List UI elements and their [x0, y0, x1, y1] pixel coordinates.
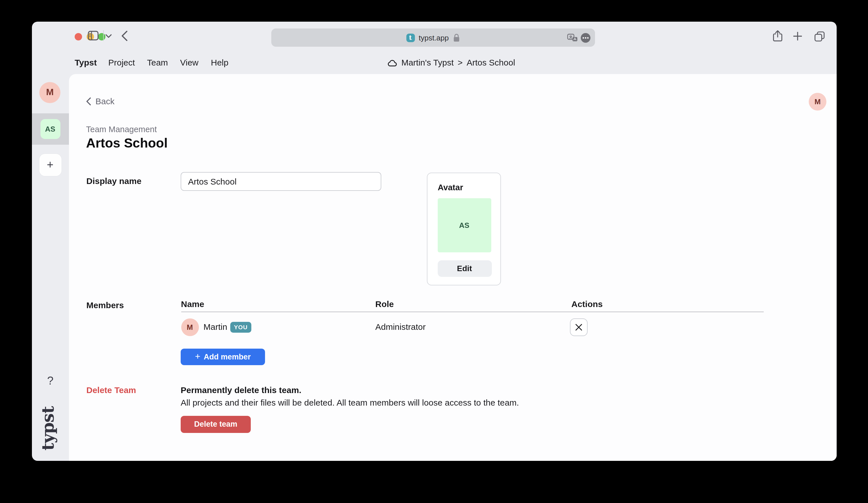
address-bar[interactable]: t typst.app	[271, 29, 595, 47]
lock-icon	[453, 33, 460, 42]
members-label: Members	[86, 300, 124, 310]
breadcrumb: Martin's Typst > Artos School	[388, 57, 515, 68]
typst-logo: typst	[38, 406, 57, 451]
delete-warning-description: All projects and their files will be del…	[181, 397, 519, 408]
add-member-label: Add member	[204, 353, 251, 361]
close-icon	[575, 323, 582, 331]
zoom-window-button[interactable]	[98, 33, 105, 40]
member-name: Martin	[204, 322, 227, 332]
breadcrumb-current: Artos School	[467, 57, 515, 68]
sidebar-toggle-icon[interactable]	[88, 31, 99, 40]
breadcrumb-root[interactable]: Martin's Typst	[401, 57, 454, 68]
add-member-button[interactable]: + Add member	[181, 348, 265, 365]
translate-icon[interactable]	[567, 33, 578, 42]
column-header-role: Role	[375, 299, 394, 309]
team-management-page: Back Team Management Artos School Displa…	[69, 74, 837, 461]
cloud-icon	[388, 60, 397, 66]
workspace-sidebar: M AS + ? typst	[32, 74, 69, 461]
url-text: typst.app	[418, 33, 449, 42]
sidebar-user-avatar[interactable]: M	[39, 82, 60, 103]
page-title: Artos School	[86, 134, 167, 152]
back-arrow-icon[interactable]	[121, 31, 128, 41]
browser-toolbar: t typst.app	[32, 22, 837, 50]
back-chevron-icon	[86, 97, 91, 105]
account-avatar[interactable]: M	[809, 93, 826, 110]
sidebar-add-team-button[interactable]: +	[39, 154, 61, 176]
plus-icon: +	[195, 352, 200, 361]
avatar-card-label: Avatar	[438, 182, 463, 192]
chevron-down-icon[interactable]	[105, 34, 112, 38]
app-menu-bar: Typst Project Team View Help Martin's Ty…	[32, 50, 837, 74]
menu-help[interactable]: Help	[211, 57, 229, 68]
table-divider	[181, 311, 763, 312]
more-options-icon[interactable]	[581, 33, 590, 42]
back-label: Back	[95, 96, 115, 106]
toolbar-divider	[103, 30, 103, 41]
desktop-background: t typst.app	[0, 0, 868, 503]
member-role: Administrator	[375, 322, 426, 332]
remove-member-button[interactable]	[570, 318, 588, 336]
you-badge: YOU	[230, 322, 251, 333]
edit-avatar-button[interactable]: Edit	[437, 260, 492, 277]
team-avatar-preview: AS	[437, 198, 491, 252]
display-name-input[interactable]	[181, 172, 381, 191]
delete-team-button[interactable]: Delete team	[181, 416, 251, 433]
browser-window: t typst.app	[32, 22, 837, 461]
tab-overview-icon[interactable]	[814, 31, 825, 41]
site-favicon: t	[406, 33, 415, 42]
new-tab-icon[interactable]	[793, 32, 802, 40]
column-header-name: Name	[181, 299, 204, 309]
section-label: Team Management	[86, 124, 157, 134]
member-avatar: M	[181, 318, 199, 336]
help-icon[interactable]: ?	[32, 374, 69, 387]
avatar-card: Avatar AS Edit	[427, 172, 501, 285]
menu-project[interactable]: Project	[108, 57, 135, 68]
back-link[interactable]: Back	[86, 96, 115, 106]
delete-warning-title: Permanently delete this team.	[181, 385, 301, 395]
display-name-label: Display name	[86, 176, 141, 186]
breadcrumb-separator: >	[458, 57, 463, 68]
close-window-button[interactable]	[75, 33, 82, 40]
delete-team-label: Delete Team	[86, 385, 136, 395]
column-header-actions: Actions	[571, 299, 603, 309]
sidebar-selected-band: AS	[32, 113, 69, 144]
menu-view[interactable]: View	[180, 57, 199, 68]
menu-team[interactable]: Team	[147, 57, 168, 68]
menu-typst[interactable]: Typst	[75, 57, 97, 68]
sidebar-team-avatar[interactable]: AS	[40, 119, 60, 139]
share-icon[interactable]	[773, 30, 783, 41]
